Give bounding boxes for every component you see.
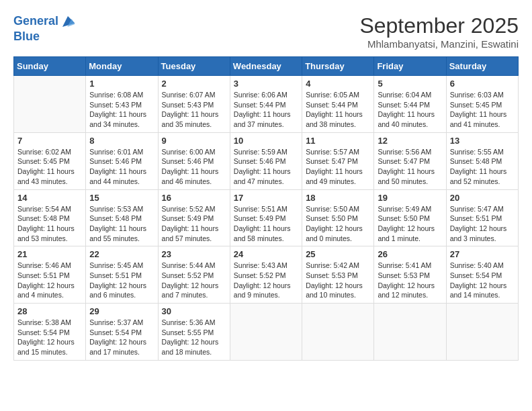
day-number: 23 [162, 249, 226, 259]
calendar-cell: 2Sunrise: 6:07 AMSunset: 5:43 PMDaylight… [158, 76, 230, 133]
calendar-cell [374, 304, 446, 361]
day-number: 21 [17, 249, 82, 259]
logo-icon [60, 13, 76, 30]
calendar-cell: 15Sunrise: 5:53 AMSunset: 5:48 PMDayligh… [86, 189, 158, 246]
title-block: September 2025 Mhlambanyatsi, Manzini, E… [359, 13, 519, 50]
calendar-week-row: 1Sunrise: 6:08 AMSunset: 5:43 PMDaylight… [14, 76, 519, 133]
weekday-header-row: SundayMondayTuesdayWednesdayThursdayFrid… [14, 57, 519, 76]
day-info: Sunrise: 6:05 AMSunset: 5:44 PMDaylight:… [306, 90, 370, 130]
day-number: 8 [89, 136, 154, 146]
day-number: 29 [89, 306, 154, 316]
calendar-week-row: 14Sunrise: 5:54 AMSunset: 5:48 PMDayligh… [14, 189, 519, 246]
day-info: Sunrise: 5:53 AMSunset: 5:48 PMDaylight:… [89, 204, 154, 244]
calendar-cell [446, 304, 518, 361]
day-number: 27 [450, 249, 515, 259]
calendar-cell: 29Sunrise: 5:37 AMSunset: 5:54 PMDayligh… [86, 304, 158, 361]
calendar-cell: 7Sunrise: 6:02 AMSunset: 5:45 PMDaylight… [14, 132, 86, 189]
calendar-cell: 13Sunrise: 5:55 AMSunset: 5:48 PMDayligh… [446, 132, 518, 189]
calendar-cell: 16Sunrise: 5:52 AMSunset: 5:49 PMDayligh… [158, 189, 230, 246]
calendar-cell: 5Sunrise: 6:04 AMSunset: 5:44 PMDaylight… [374, 76, 446, 133]
calendar-cell: 6Sunrise: 6:03 AMSunset: 5:45 PMDaylight… [446, 76, 518, 133]
calendar-cell: 26Sunrise: 5:41 AMSunset: 5:53 PMDayligh… [374, 246, 446, 304]
calendar-cell: 8Sunrise: 6:01 AMSunset: 5:46 PMDaylight… [86, 132, 158, 189]
day-info: Sunrise: 5:44 AMSunset: 5:52 PMDaylight:… [162, 261, 226, 300]
calendar-cell: 21Sunrise: 5:46 AMSunset: 5:51 PMDayligh… [14, 246, 86, 304]
calendar-week-row: 21Sunrise: 5:46 AMSunset: 5:51 PMDayligh… [14, 246, 519, 304]
calendar-cell [14, 76, 86, 133]
day-number: 17 [234, 193, 298, 203]
logo: General Blue [13, 13, 76, 44]
day-number: 5 [378, 79, 442, 89]
calendar-cell: 14Sunrise: 5:54 AMSunset: 5:48 PMDayligh… [14, 189, 86, 246]
day-info: Sunrise: 5:56 AMSunset: 5:47 PMDaylight:… [378, 147, 442, 187]
day-number: 26 [378, 249, 442, 259]
day-number: 20 [450, 193, 515, 203]
day-number: 13 [450, 136, 515, 146]
day-info: Sunrise: 5:38 AMSunset: 5:54 PMDaylight:… [17, 318, 82, 357]
weekday-header: Friday [374, 57, 446, 76]
weekday-header: Thursday [302, 57, 374, 76]
calendar-cell: 22Sunrise: 5:45 AMSunset: 5:51 PMDayligh… [86, 246, 158, 304]
day-number: 6 [450, 79, 515, 89]
day-info: Sunrise: 5:54 AMSunset: 5:48 PMDaylight:… [17, 204, 82, 244]
calendar-cell: 18Sunrise: 5:50 AMSunset: 5:50 PMDayligh… [302, 189, 374, 246]
calendar-cell: 19Sunrise: 5:49 AMSunset: 5:50 PMDayligh… [374, 189, 446, 246]
day-number: 4 [306, 79, 370, 89]
day-info: Sunrise: 6:02 AMSunset: 5:45 PMDaylight:… [17, 147, 82, 187]
weekday-header: Wednesday [230, 57, 302, 76]
weekday-header: Monday [86, 57, 158, 76]
day-number: 1 [89, 79, 154, 89]
day-number: 10 [234, 136, 298, 146]
day-info: Sunrise: 5:47 AMSunset: 5:51 PMDaylight:… [450, 204, 515, 244]
calendar-cell: 27Sunrise: 5:40 AMSunset: 5:54 PMDayligh… [446, 246, 518, 304]
calendar-cell: 24Sunrise: 5:43 AMSunset: 5:52 PMDayligh… [230, 246, 302, 304]
location-subtitle: Mhlambanyatsi, Manzini, Eswatini [359, 38, 519, 50]
day-number: 14 [17, 193, 82, 203]
month-title: September 2025 [359, 13, 519, 38]
calendar-cell: 20Sunrise: 5:47 AMSunset: 5:51 PMDayligh… [446, 189, 518, 246]
calendar-cell: 25Sunrise: 5:42 AMSunset: 5:53 PMDayligh… [302, 246, 374, 304]
calendar-cell: 4Sunrise: 6:05 AMSunset: 5:44 PMDaylight… [302, 76, 374, 133]
day-info: Sunrise: 5:40 AMSunset: 5:54 PMDaylight:… [450, 261, 515, 300]
calendar-cell: 17Sunrise: 5:51 AMSunset: 5:49 PMDayligh… [230, 189, 302, 246]
weekday-header: Saturday [446, 57, 518, 76]
day-info: Sunrise: 5:37 AMSunset: 5:54 PMDaylight:… [89, 318, 154, 357]
day-info: Sunrise: 5:36 AMSunset: 5:55 PMDaylight:… [162, 318, 226, 357]
calendar-cell: 11Sunrise: 5:57 AMSunset: 5:47 PMDayligh… [302, 132, 374, 189]
calendar-cell: 3Sunrise: 6:06 AMSunset: 5:44 PMDaylight… [230, 76, 302, 133]
page-header: General Blue September 2025 Mhlambanyats… [13, 13, 519, 50]
day-number: 9 [162, 136, 226, 146]
day-info: Sunrise: 5:59 AMSunset: 5:46 PMDaylight:… [234, 147, 298, 187]
day-number: 11 [306, 136, 370, 146]
day-number: 25 [306, 249, 370, 259]
day-info: Sunrise: 5:52 AMSunset: 5:49 PMDaylight:… [162, 204, 226, 244]
weekday-header: Sunday [14, 57, 86, 76]
day-number: 7 [17, 136, 82, 146]
day-info: Sunrise: 6:04 AMSunset: 5:44 PMDaylight:… [378, 90, 442, 130]
calendar-week-row: 28Sunrise: 5:38 AMSunset: 5:54 PMDayligh… [14, 304, 519, 361]
day-info: Sunrise: 6:01 AMSunset: 5:46 PMDaylight:… [89, 147, 154, 187]
day-number: 16 [162, 193, 226, 203]
day-info: Sunrise: 5:55 AMSunset: 5:48 PMDaylight:… [450, 147, 515, 187]
calendar-cell: 1Sunrise: 6:08 AMSunset: 5:43 PMDaylight… [86, 76, 158, 133]
calendar-cell: 30Sunrise: 5:36 AMSunset: 5:55 PMDayligh… [158, 304, 230, 361]
weekday-header: Tuesday [158, 57, 230, 76]
day-info: Sunrise: 6:08 AMSunset: 5:43 PMDaylight:… [89, 90, 154, 130]
calendar-cell [302, 304, 374, 361]
day-number: 30 [162, 306, 226, 316]
calendar-cell: 10Sunrise: 5:59 AMSunset: 5:46 PMDayligh… [230, 132, 302, 189]
day-number: 2 [162, 79, 226, 89]
day-info: Sunrise: 6:07 AMSunset: 5:43 PMDaylight:… [162, 90, 226, 130]
day-info: Sunrise: 5:51 AMSunset: 5:49 PMDaylight:… [234, 204, 298, 244]
day-info: Sunrise: 5:46 AMSunset: 5:51 PMDaylight:… [17, 261, 82, 300]
day-number: 3 [234, 79, 298, 89]
day-info: Sunrise: 6:06 AMSunset: 5:44 PMDaylight:… [234, 90, 298, 130]
logo-text: General [13, 14, 58, 29]
day-info: Sunrise: 5:49 AMSunset: 5:50 PMDaylight:… [378, 204, 442, 244]
calendar-cell: 9Sunrise: 6:00 AMSunset: 5:46 PMDaylight… [158, 132, 230, 189]
day-info: Sunrise: 5:57 AMSunset: 5:47 PMDaylight:… [306, 147, 370, 187]
calendar-week-row: 7Sunrise: 6:02 AMSunset: 5:45 PMDaylight… [14, 132, 519, 189]
calendar-cell: 28Sunrise: 5:38 AMSunset: 5:54 PMDayligh… [14, 304, 86, 361]
calendar-table: SundayMondayTuesdayWednesdayThursdayFrid… [13, 56, 519, 361]
calendar-cell: 23Sunrise: 5:44 AMSunset: 5:52 PMDayligh… [158, 246, 230, 304]
